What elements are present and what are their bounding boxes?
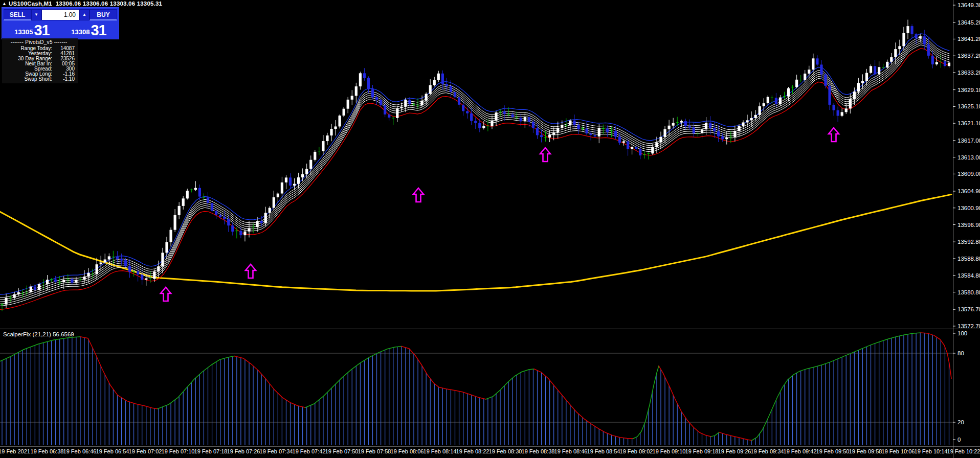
oscillator-histogram: [2, 333, 949, 445]
pivots-indicator-panel: ------- PivotsD_v5 ------- Range Today:1…: [2, 38, 78, 83]
svg-text:13609.00: 13609.00: [957, 171, 980, 177]
svg-text:13580.80: 13580.80: [957, 289, 980, 295]
svg-text:13613.00: 13613.00: [957, 154, 980, 161]
svg-text:19 Feb 07:58: 19 Feb 07:58: [358, 448, 391, 454]
main-chart-plot[interactable]: [0, 20, 951, 311]
svg-text:19 Feb 06:54: 19 Feb 06:54: [96, 448, 129, 454]
svg-text:13621.10: 13621.10: [957, 120, 980, 126]
svg-text:19 Feb 06:38: 19 Feb 06:38: [31, 448, 64, 454]
svg-text:19 Feb 07:18: 19 Feb 07:18: [194, 448, 228, 454]
svg-text:13584.80: 13584.80: [957, 272, 980, 279]
sell-price-pips: 31: [34, 23, 49, 38]
time-axis-labels: 19 Feb 202119 Feb 06:3819 Feb 06:4619 Fe…: [0, 448, 980, 454]
oscillator-axis-labels: 10080200: [953, 330, 967, 443]
symbol-period-label: US100Cash,M1: [9, 1, 52, 7]
svg-text:19 Feb 08:54: 19 Feb 08:54: [587, 448, 620, 454]
chart-canvas[interactable]: 13649.3013645.2013641.2013637.2013633.20…: [0, 0, 980, 458]
svg-text:19 Feb 09:02: 19 Feb 09:02: [620, 448, 653, 454]
svg-text:80: 80: [957, 350, 964, 356]
ma-ribbon-channel: [0, 34, 949, 310]
svg-text:19 Feb 07:42: 19 Feb 07:42: [293, 448, 326, 454]
chart-title: ▲US100Cash,M1 13306.06 13306.06 13303.06…: [2, 1, 162, 7]
pivots-row: Swap Short:-1.10: [3, 77, 75, 82]
volume-input[interactable]: 1.00: [41, 9, 79, 20]
svg-text:19 Feb 08:06: 19 Feb 08:06: [391, 448, 424, 454]
svg-text:19 Feb 10:06: 19 Feb 10:06: [882, 448, 915, 454]
svg-text:13617.00: 13617.00: [957, 138, 980, 144]
svg-text:19 Feb 10:22: 19 Feb 10:22: [947, 448, 980, 454]
oscillator-level-lines: [0, 353, 953, 422]
svg-text:13645.20: 13645.20: [957, 19, 980, 26]
candlesticks: [1, 20, 950, 311]
ohlc-readout: 13306.06 13306.06 13303.06 13305.31: [56, 1, 162, 7]
svg-text:19 Feb 09:18: 19 Feb 09:18: [685, 448, 719, 454]
pivots-row-label: Swap Short:: [3, 77, 55, 82]
svg-text:19 Feb 09:26: 19 Feb 09:26: [718, 448, 751, 454]
svg-text:13629.10: 13629.10: [957, 87, 980, 93]
svg-text:13572.70: 13572.70: [957, 323, 980, 329]
buy-button[interactable]: BUY: [90, 9, 117, 20]
svg-text:19 Feb 07:26: 19 Feb 07:26: [227, 448, 260, 454]
buy-price-quote[interactable]: 13308 31: [60, 21, 117, 38]
svg-text:19 Feb 09:50: 19 Feb 09:50: [816, 448, 850, 454]
sell-button[interactable]: SELL: [4, 9, 31, 20]
volume-decrease-button[interactable]: ▼: [31, 9, 41, 20]
svg-text:19 Feb 08:38: 19 Feb 08:38: [522, 448, 555, 454]
svg-text:13637.20: 13637.20: [957, 53, 980, 59]
pivots-table: Range Today:14087Yesterday:4128130 Day R…: [3, 46, 75, 82]
buy-signal-arrows: [161, 128, 839, 301]
svg-text:19 Feb 08:30: 19 Feb 08:30: [489, 448, 522, 454]
svg-text:13625.10: 13625.10: [957, 103, 980, 109]
svg-text:13592.80: 13592.80: [957, 239, 980, 245]
price-axis-labels: 13649.3013645.2013641.2013637.2013633.20…: [953, 2, 980, 329]
svg-text:13588.80: 13588.80: [957, 256, 980, 262]
volume-increase-button[interactable]: ▲: [79, 9, 90, 20]
svg-text:19 Feb 08:14: 19 Feb 08:14: [424, 448, 457, 454]
svg-text:19 Feb 06:46: 19 Feb 06:46: [63, 448, 97, 454]
svg-text:100: 100: [957, 330, 967, 336]
svg-text:13633.20: 13633.20: [957, 70, 980, 76]
svg-text:19 Feb 08:46: 19 Feb 08:46: [554, 448, 588, 454]
window-menu-icon[interactable]: ▲: [2, 1, 7, 6]
svg-text:19 Feb 2021: 19 Feb 2021: [0, 448, 30, 454]
sell-price-quote[interactable]: 13305 31: [4, 21, 60, 38]
svg-text:13649.30: 13649.30: [957, 2, 980, 8]
svg-text:13596.90: 13596.90: [957, 222, 980, 228]
svg-text:19 Feb 09:34: 19 Feb 09:34: [751, 448, 784, 454]
svg-text:19 Feb 07:50: 19 Feb 07:50: [325, 448, 359, 454]
svg-text:20: 20: [957, 419, 964, 425]
svg-text:19 Feb 07:02: 19 Feb 07:02: [129, 448, 162, 454]
pivots-row-value: -1.10: [55, 77, 75, 82]
svg-text:19 Feb 10:14: 19 Feb 10:14: [915, 448, 948, 454]
svg-text:13604.90: 13604.90: [957, 188, 980, 194]
sell-price-main: 13305: [14, 27, 33, 38]
svg-text:19 Feb 09:10: 19 Feb 09:10: [653, 448, 686, 454]
buy-price-pips: 31: [91, 23, 106, 38]
svg-text:13600.90: 13600.90: [957, 205, 980, 211]
svg-text:13576.70: 13576.70: [957, 306, 980, 312]
svg-text:19 Feb 07:34: 19 Feb 07:34: [260, 448, 293, 454]
svg-text:0: 0: [957, 437, 961, 443]
svg-text:19 Feb 07:10: 19 Feb 07:10: [162, 448, 195, 454]
oscillator-panel[interactable]: [0, 333, 953, 445]
svg-text:19 Feb 09:42: 19 Feb 09:42: [784, 448, 817, 454]
buy-price-main: 13308: [71, 27, 90, 38]
mt4-chart-window: 13649.3013645.2013641.2013637.2013633.20…: [0, 0, 980, 458]
svg-text:19 Feb 09:58: 19 Feb 09:58: [849, 448, 882, 454]
oscillator-title: ScalperFix (21,21) 56.6569: [3, 331, 74, 337]
svg-text:13641.20: 13641.20: [957, 36, 980, 42]
one-click-trading-panel: SELL ▼ 1.00 ▲ BUY 13305 31 13308 31: [2, 7, 119, 39]
svg-text:19 Feb 08:22: 19 Feb 08:22: [456, 448, 489, 454]
chart-frame-lines: [0, 0, 980, 458]
